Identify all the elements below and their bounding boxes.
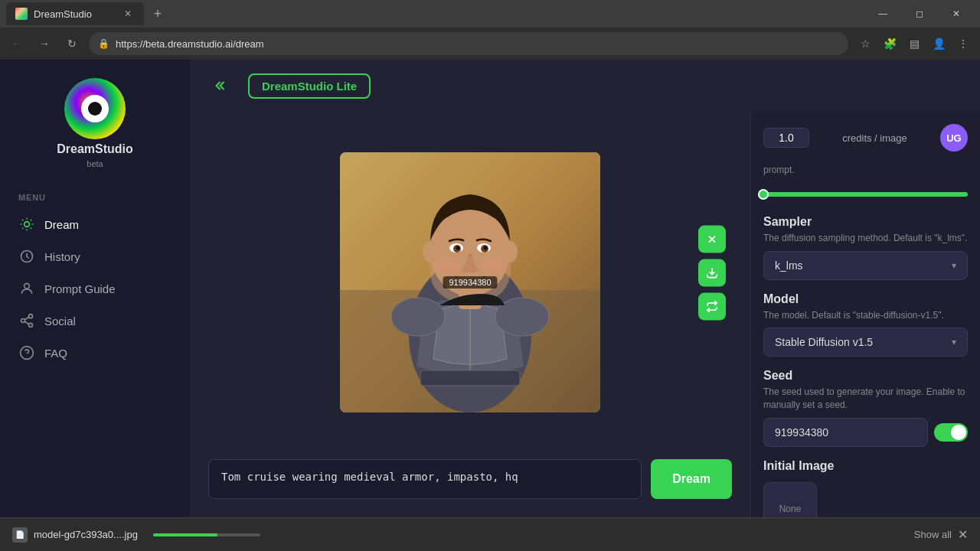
user-avatar[interactable]: UG bbox=[940, 124, 968, 152]
social-icon bbox=[18, 312, 35, 329]
new-tab-button[interactable]: + bbox=[147, 3, 168, 24]
svg-point-24 bbox=[484, 246, 488, 250]
prompt-input[interactable]: Tom cruise wearing medieval armor, impas… bbox=[208, 459, 642, 499]
model-section: Model The model. Default is "stable-diff… bbox=[763, 292, 968, 357]
credits-label: credits / image bbox=[842, 132, 907, 144]
browser-chrome: DreamStudio ✕ + — ◻ ✕ ← → ↻ 🔒 https://be… bbox=[0, 0, 980, 60]
generated-image: 919934380 bbox=[340, 152, 600, 412]
model-description: The model. Default is "stable-diffusion-… bbox=[763, 309, 968, 322]
download-image-button[interactable] bbox=[698, 259, 726, 287]
tab-favicon bbox=[15, 8, 28, 20]
svg-point-2 bbox=[24, 283, 30, 289]
strength-slider-thumb[interactable] bbox=[758, 189, 769, 200]
url-text: https://beta.dreamstudio.ai/dream bbox=[116, 38, 264, 50]
minimize-button[interactable]: — bbox=[865, 0, 900, 28]
sampler-dropdown[interactable]: k_lms ▾ bbox=[763, 251, 968, 280]
seed-description: The seed used to generate your image. En… bbox=[763, 386, 968, 412]
svg-line-6 bbox=[24, 321, 29, 324]
lock-icon: 🔒 bbox=[98, 38, 109, 49]
extensions-icon[interactable]: 🧩 bbox=[879, 33, 900, 54]
forward-button[interactable]: → bbox=[34, 33, 55, 54]
tab-close-button[interactable]: ✕ bbox=[121, 7, 135, 21]
sidebar-item-social-label: Social bbox=[44, 315, 76, 328]
right-panel: credits / image UG prompt. Sampler The d… bbox=[750, 112, 980, 517]
active-tab[interactable]: DreamStudio ✕ bbox=[6, 2, 144, 25]
sidebar-item-prompt-guide[interactable]: Prompt Guide bbox=[0, 272, 190, 305]
initial-image-preview[interactable]: None bbox=[763, 482, 817, 517]
sidebar-item-dream-label: Dream bbox=[44, 218, 79, 231]
sampler-description: The diffusion sampling method. Default i… bbox=[763, 232, 968, 245]
seed-row bbox=[763, 418, 968, 447]
product-name-badge[interactable]: DreamStudio Lite bbox=[248, 73, 371, 99]
download-progress-bar bbox=[153, 533, 260, 536]
sidebar-toggle-icon[interactable]: ▤ bbox=[903, 33, 925, 54]
download-close-button[interactable]: ✕ bbox=[958, 527, 968, 542]
use-as-initial-button[interactable] bbox=[698, 293, 726, 321]
strength-slider-track[interactable] bbox=[763, 192, 968, 197]
sidebar-item-social[interactable]: Social bbox=[0, 305, 190, 337]
sidebar-item-dream[interactable]: Dream bbox=[0, 208, 190, 240]
prompt-area: Tom cruise wearing medieval armor, impas… bbox=[190, 453, 750, 505]
menu-dots-icon[interactable]: ⋮ bbox=[952, 33, 974, 54]
download-bar: 📄 model-gd7c393a0....jpg Show all ✕ bbox=[0, 517, 980, 551]
prompt-guide-icon bbox=[18, 280, 35, 297]
logo-eye bbox=[81, 95, 109, 122]
content-area: 919934380 bbox=[190, 112, 980, 517]
initial-image-section: Initial Image None bbox=[763, 459, 968, 517]
svg-point-3 bbox=[29, 315, 33, 318]
svg-point-26 bbox=[502, 241, 518, 262]
svg-point-5 bbox=[29, 323, 33, 327]
profile-icon[interactable]: 👤 bbox=[928, 33, 949, 54]
back-arrow-button[interactable] bbox=[208, 72, 236, 99]
svg-line-7 bbox=[24, 317, 29, 319]
reload-button[interactable]: ↻ bbox=[61, 33, 83, 54]
image-actions bbox=[698, 226, 726, 321]
sampler-title: Sampler bbox=[763, 215, 968, 229]
credits-input[interactable] bbox=[763, 128, 809, 148]
download-progress-area: Show all ✕ bbox=[914, 527, 968, 542]
strength-slider-container: prompt. bbox=[763, 164, 968, 203]
window-controls: — ◻ ✕ bbox=[865, 0, 974, 28]
model-dropdown-arrow: ▾ bbox=[952, 337, 956, 347]
show-all-button[interactable]: Show all bbox=[914, 529, 952, 540]
tab-title: DreamStudio bbox=[34, 8, 92, 20]
initial-image-title: Initial Image bbox=[763, 459, 968, 473]
svg-point-15 bbox=[391, 298, 445, 336]
seed-toggle[interactable] bbox=[934, 423, 968, 442]
history-icon bbox=[18, 248, 35, 265]
logo-beta: beta bbox=[87, 159, 103, 168]
dream-icon bbox=[18, 216, 35, 233]
logo-image bbox=[64, 78, 126, 139]
image-panel: 919934380 bbox=[190, 112, 750, 517]
bookmark-star-icon[interactable]: ☆ bbox=[854, 33, 876, 54]
image-display: 919934380 bbox=[190, 112, 750, 453]
app-container: DreamStudio beta MENU Dream History bbox=[0, 60, 980, 517]
svg-point-28 bbox=[479, 256, 507, 275]
main-header: DreamStudio Lite bbox=[190, 60, 980, 112]
svg-point-27 bbox=[433, 256, 461, 275]
seed-input[interactable] bbox=[763, 418, 928, 447]
back-button[interactable]: ← bbox=[6, 33, 28, 54]
address-bar[interactable]: 🔒 https://beta.dreamstudio.ai/dream bbox=[89, 32, 848, 55]
model-dropdown[interactable]: Stable Diffusion v1.5 ▾ bbox=[763, 328, 968, 357]
seed-title: Seed bbox=[763, 369, 968, 383]
restore-button[interactable]: ◻ bbox=[902, 0, 937, 28]
sidebar-item-history-label: History bbox=[44, 250, 80, 263]
svg-point-4 bbox=[21, 319, 25, 323]
logo-title: DreamStudio bbox=[57, 142, 133, 156]
download-filename: model-gd7c393a0....jpg bbox=[34, 529, 138, 540]
close-window-button[interactable]: ✕ bbox=[939, 0, 974, 28]
sidebar-item-history[interactable]: History bbox=[0, 240, 190, 272]
logo-area: DreamStudio beta bbox=[0, 72, 190, 187]
menu-label: MENU bbox=[0, 187, 190, 208]
faq-icon bbox=[18, 344, 35, 361]
model-title: Model bbox=[763, 292, 968, 306]
sidebar-item-faq[interactable]: FAQ bbox=[0, 337, 190, 369]
sampler-dropdown-arrow: ▾ bbox=[952, 260, 956, 271]
dream-button[interactable]: Dream bbox=[651, 459, 732, 499]
delete-image-button[interactable] bbox=[698, 226, 726, 253]
sampler-selected-value: k_lms bbox=[775, 259, 803, 272]
model-selected-value: Stable Diffusion v1.5 bbox=[775, 336, 873, 348]
download-progress-fill bbox=[153, 533, 217, 536]
download-item: 📄 model-gd7c393a0....jpg bbox=[12, 527, 138, 543]
